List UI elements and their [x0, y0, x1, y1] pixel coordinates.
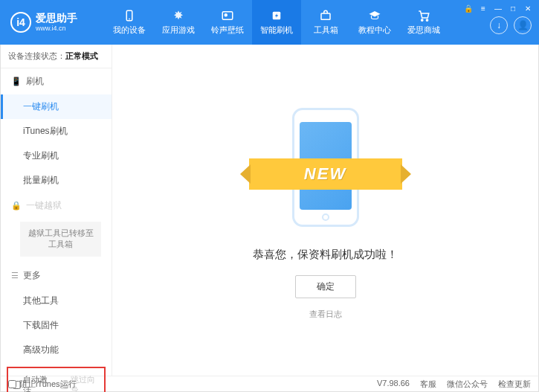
- svg-point-6: [422, 19, 423, 21]
- phone-icon: 📱: [11, 77, 22, 86]
- lock-icon[interactable]: 🔒: [463, 3, 474, 13]
- device-icon: [123, 9, 136, 22]
- app-logo: i4 爱思助手 www.i4.cn: [0, 12, 105, 33]
- more-icon: ☰: [11, 271, 19, 280]
- nav-apps[interactable]: 应用游戏: [154, 0, 203, 45]
- user-icon[interactable]: 👤: [514, 16, 532, 34]
- footer-update[interactable]: 检查更新: [498, 379, 531, 390]
- jailbreak-note: 越狱工具已转移至工具箱: [20, 222, 101, 257]
- view-log-link[interactable]: 查看日志: [309, 309, 342, 320]
- close-icon[interactable]: ✕: [523, 3, 533, 13]
- svg-point-7: [426, 19, 427, 21]
- header-actions: ↓ 👤: [490, 16, 532, 34]
- nav-flash[interactable]: 智能刷机: [252, 0, 301, 45]
- apps-icon: [172, 9, 185, 22]
- svg-rect-2: [222, 12, 233, 20]
- version-label: V7.98.66: [377, 379, 410, 390]
- image-icon: [221, 9, 234, 22]
- main-content: NEW 恭喜您，保资料刷机成功啦！ 确定 查看日志: [112, 45, 538, 376]
- success-message: 恭喜您，保资料刷机成功啦！: [253, 248, 398, 262]
- footer-wechat[interactable]: 微信公众号: [447, 379, 488, 390]
- flash-icon: [270, 9, 283, 22]
- footer-support[interactable]: 客服: [420, 379, 436, 390]
- success-illustration: NEW: [270, 100, 381, 234]
- ok-button[interactable]: 确定: [295, 275, 356, 298]
- sidebar-item-firmware[interactable]: 下载固件: [1, 313, 112, 338]
- nav-ringtones[interactable]: 铃声壁纸: [203, 0, 252, 45]
- new-ribbon: NEW: [249, 158, 402, 190]
- sidebar-item-oneclick[interactable]: 一键刷机: [1, 94, 112, 119]
- sidebar-item-pro[interactable]: 专业刷机: [1, 144, 112, 168]
- logo-icon: i4: [10, 12, 31, 33]
- minimize-icon[interactable]: —: [493, 3, 503, 13]
- svg-point-3: [225, 14, 227, 16]
- section-jailbreak: 🔒 一键越狱: [1, 193, 112, 219]
- title-bar: i4 爱思助手 www.i4.cn 我的设备 应用游戏 铃声壁纸 智能刷机 工具…: [0, 0, 539, 45]
- graduate-icon: [368, 9, 381, 22]
- sidebar-item-batch[interactable]: 批量刷机: [1, 168, 112, 193]
- maximize-icon[interactable]: □: [508, 3, 518, 13]
- section-flash[interactable]: 📱 刷机: [1, 68, 112, 94]
- nav-my-device[interactable]: 我的设备: [105, 0, 154, 45]
- sidebar: 设备连接状态：正常模式 📱 刷机 一键刷机 iTunes刷机 专业刷机 批量刷机…: [1, 45, 112, 376]
- top-nav: 我的设备 应用游戏 铃声壁纸 智能刷机 工具箱 教程中心 爱思商城: [105, 0, 448, 45]
- sidebar-item-advanced[interactable]: 高级功能: [1, 338, 112, 362]
- sidebar-item-other[interactable]: 其他工具: [1, 289, 112, 313]
- connection-status: 设备连接状态：正常模式: [1, 45, 112, 68]
- svg-rect-5: [321, 13, 330, 19]
- checkbox-block-itunes[interactable]: 阻止iTunes运行: [8, 379, 77, 390]
- nav-tutorials[interactable]: 教程中心: [350, 0, 399, 45]
- window-controls: 🔒 ≡ — □ ✕: [457, 0, 539, 16]
- toolbox-icon: [319, 9, 332, 22]
- app-name: 爱思助手: [36, 12, 77, 25]
- app-url: www.i4.cn: [36, 25, 77, 33]
- section-more[interactable]: ☰ 更多: [1, 263, 112, 289]
- lock-icon: 🔒: [11, 201, 22, 211]
- menu-icon[interactable]: ≡: [478, 3, 488, 13]
- sidebar-item-itunes[interactable]: iTunes刷机: [1, 119, 112, 144]
- nav-toolbox[interactable]: 工具箱: [301, 0, 350, 45]
- nav-store[interactable]: 爱思商城: [399, 0, 448, 45]
- cart-icon: [417, 9, 430, 22]
- download-icon[interactable]: ↓: [490, 16, 508, 34]
